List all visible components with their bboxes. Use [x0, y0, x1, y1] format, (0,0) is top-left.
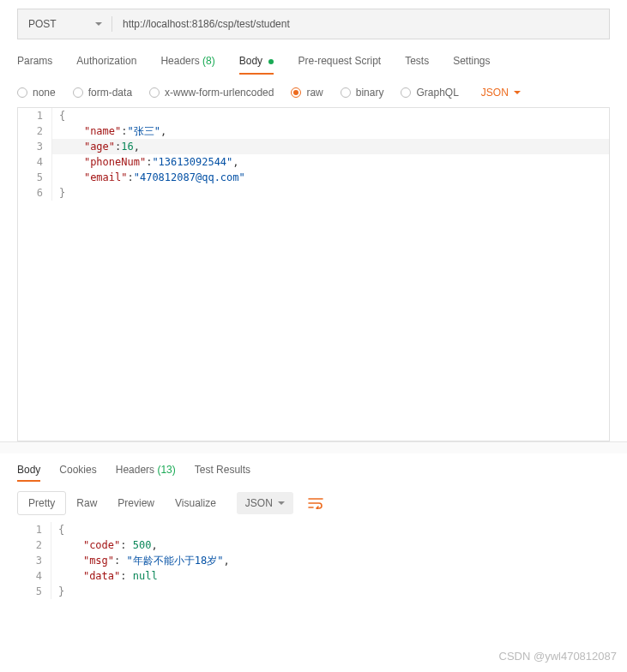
method-select[interactable]: POST: [18, 9, 112, 39]
watermark: CSDN @ywl470812087: [499, 650, 618, 663]
body-opt-binary[interactable]: binary: [341, 87, 384, 99]
chevron-down-icon: [95, 22, 102, 26]
body-opt-graphql[interactable]: GraphQL: [401, 87, 458, 99]
tab-tests[interactable]: Tests: [405, 48, 429, 74]
code-line: 6}: [18, 185, 609, 201]
response-tab-headers[interactable]: Headers (13): [116, 459, 176, 481]
radio-icon: [401, 87, 411, 98]
code-content: }: [51, 584, 610, 599]
url-input[interactable]: [112, 9, 609, 39]
response-tab-testresults[interactable]: Test Results: [195, 459, 250, 481]
code-content: "code": 500,: [51, 537, 610, 553]
line-number: 1: [17, 522, 51, 537]
tab-params[interactable]: Params: [17, 48, 52, 74]
radio-icon: [17, 87, 27, 98]
request-bar: POST: [17, 9, 610, 39]
response-view-bar: Pretty Raw Preview Visualize JSON: [17, 491, 610, 515]
code-content: "phoneNum":"13613092544",: [52, 154, 609, 170]
tab-prerequest[interactable]: Pre-request Script: [298, 48, 381, 74]
body-type-row: none form-data x-www-form-urlencoded raw…: [17, 87, 610, 99]
body-opt-formdata[interactable]: form-data: [73, 87, 132, 99]
tab-body[interactable]: Body: [239, 48, 274, 74]
tab-body-label: Body: [239, 55, 262, 67]
code-line: 3 "age":16,: [18, 139, 609, 154]
response-tab-body[interactable]: Body: [17, 459, 40, 481]
line-number: 4: [18, 154, 52, 170]
response-tabs: Body Cookies Headers (13) Test Results: [17, 459, 610, 481]
code-content: "age":16,: [52, 139, 609, 154]
radio-icon: [341, 87, 351, 98]
code-line: 5}: [17, 584, 610, 599]
body-opt-xwww[interactable]: x-www-form-urlencoded: [149, 87, 274, 99]
line-number: 5: [18, 170, 52, 185]
body-opt-none[interactable]: none: [17, 87, 56, 99]
method-label: POST: [28, 18, 57, 30]
code-line: 4 "phoneNum":"13613092544",: [18, 154, 609, 170]
code-content: "data": null: [51, 568, 610, 584]
chevron-down-icon: [514, 91, 521, 94]
response-tab-cookies[interactable]: Cookies: [59, 459, 96, 481]
request-tabs: Params Authorization Headers (8) Body Pr…: [17, 48, 610, 75]
view-raw[interactable]: Raw: [66, 492, 107, 514]
response-headers-count: (13): [157, 464, 175, 476]
code-content: {: [52, 108, 609, 123]
code-line: 2 "name":"张三",: [18, 123, 609, 139]
view-pretty[interactable]: Pretty: [17, 491, 66, 515]
radio-icon: [73, 87, 83, 98]
code-content: }: [52, 185, 609, 201]
resize-handle[interactable]: [0, 441, 627, 453]
view-preview[interactable]: Preview: [107, 492, 165, 514]
line-number: 2: [17, 537, 51, 553]
line-number: 2: [18, 123, 52, 139]
tab-authorization[interactable]: Authorization: [76, 48, 136, 74]
code-line: 1{: [17, 522, 610, 537]
response-headers-label: Headers: [116, 464, 154, 476]
response-format-select[interactable]: JSON: [237, 492, 293, 514]
line-number: 3: [18, 139, 52, 154]
response-body-viewer[interactable]: 1{2 "code": 500,3 "msg": "年龄不能小于18岁",4 "…: [17, 520, 610, 599]
wrap-lines-icon[interactable]: [304, 492, 328, 514]
code-line: 1{: [18, 108, 609, 123]
headers-count: (8): [202, 55, 215, 67]
tab-settings[interactable]: Settings: [453, 48, 490, 74]
code-line: 5 "email":"470812087@qq.com": [18, 170, 609, 185]
line-number: 4: [17, 568, 51, 584]
line-number: 6: [18, 185, 52, 201]
body-format-select[interactable]: JSON: [481, 87, 521, 99]
code-line: 4 "data": null: [17, 568, 610, 584]
radio-checked-icon: [291, 87, 301, 98]
body-opt-raw[interactable]: raw: [291, 87, 323, 99]
code-line: 2 "code": 500,: [17, 537, 610, 553]
tab-headers[interactable]: Headers (8): [160, 48, 214, 74]
code-content: "name":"张三",: [52, 123, 609, 139]
view-visualize[interactable]: Visualize: [165, 492, 226, 514]
code-line: 3 "msg": "年龄不能小于18岁",: [17, 553, 610, 568]
radio-icon: [149, 87, 160, 98]
code-content: "msg": "年龄不能小于18岁",: [51, 553, 610, 568]
line-number: 3: [17, 553, 51, 568]
chevron-down-icon: [278, 501, 285, 505]
tab-headers-label: Headers: [160, 55, 199, 67]
code-content: {: [51, 522, 610, 537]
request-body-editor[interactable]: 1{2 "name":"张三",3 "age":16,4 "phoneNum":…: [17, 107, 610, 441]
code-content: "email":"470812087@qq.com": [52, 170, 609, 185]
line-number: 1: [18, 108, 52, 123]
line-number: 5: [17, 584, 51, 599]
body-modified-icon: [268, 59, 274, 64]
